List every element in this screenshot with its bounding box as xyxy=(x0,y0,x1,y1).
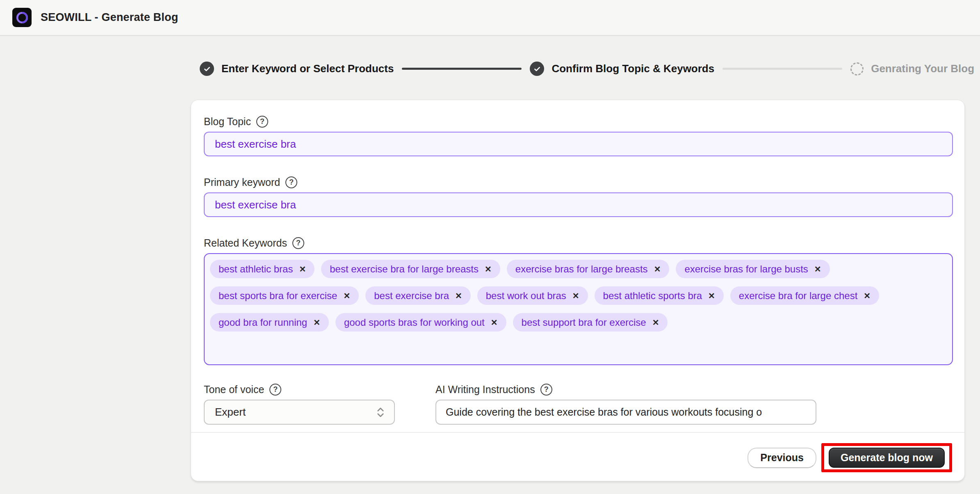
keyword-tag-label: exercise bras for large breasts xyxy=(515,263,648,275)
keyword-tag: best sports bra for exercise ✕ xyxy=(210,286,359,305)
keyword-tag: best work out bras ✕ xyxy=(477,286,588,305)
primary-keyword-label-text: Primary keyword xyxy=(204,176,280,188)
keyword-tag-label: exercise bra for large chest xyxy=(739,290,857,302)
tag-remove-icon[interactable]: ✕ xyxy=(654,265,661,273)
keyword-tag-label: best support bra for exercise xyxy=(522,317,646,328)
step-generating-blog: Genrating Your Blog xyxy=(850,62,974,75)
keyword-tag: best exercise bra ✕ xyxy=(365,286,471,305)
help-icon[interactable]: ? xyxy=(540,384,552,396)
related-keywords-box[interactable]: best athletic bras ✕ best exercise bra f… xyxy=(204,253,953,365)
primary-keyword-field-group: Primary keyword ? xyxy=(204,176,952,217)
related-keywords-label: Related Keywords ? xyxy=(204,236,952,249)
step-label: Confirm Blog Topic & Keywords xyxy=(552,62,714,75)
ai-instructions-label-text: AI Writing Instructions xyxy=(435,384,535,396)
keyword-tag: best athletic sports bra ✕ xyxy=(595,286,724,305)
select-updown-chevron-icon xyxy=(375,406,386,419)
keyword-tag-label: best exercise bra xyxy=(374,290,449,302)
generate-blog-card: Blog Topic ? Primary keyword ? Related K… xyxy=(191,100,965,481)
keyword-tag-label: good sports bras for working out xyxy=(344,317,485,328)
card-footer: Previous Generate blog now xyxy=(191,433,964,481)
primary-keyword-input[interactable] xyxy=(204,192,953,217)
app-header: SEOWILL - Generate Blog xyxy=(0,0,980,36)
seowill-logo-icon xyxy=(12,8,32,27)
tone-and-instructions-row: Tone of voice ? Expert AI Writing Instru… xyxy=(204,383,952,425)
tone-of-voice-label-text: Tone of voice xyxy=(204,384,264,396)
keyword-tag-label: best athletic bras xyxy=(219,263,293,275)
help-icon[interactable]: ? xyxy=(269,384,281,396)
blog-topic-input[interactable] xyxy=(204,132,953,156)
main-area: Enter Keyword or Select Products Confirm… xyxy=(0,36,980,494)
tag-remove-icon[interactable]: ✕ xyxy=(485,265,492,273)
page-title: SEOWILL - Generate Blog xyxy=(41,11,178,24)
tag-remove-icon[interactable]: ✕ xyxy=(708,292,715,300)
tag-remove-icon[interactable]: ✕ xyxy=(491,318,498,327)
blog-topic-label: Blog Topic ? xyxy=(204,115,952,128)
step-enter-keyword: Enter Keyword or Select Products xyxy=(200,62,394,76)
keyword-tag-label: good bra for running xyxy=(219,317,307,328)
keyword-tag: best support bra for exercise ✕ xyxy=(513,313,668,332)
keyword-tag-label: best sports bra for exercise xyxy=(219,290,337,302)
step-label: Genrating Your Blog xyxy=(871,62,974,75)
tone-of-voice-value: Expert xyxy=(215,406,246,419)
tag-remove-icon[interactable]: ✕ xyxy=(343,292,350,300)
keyword-tag-label: best work out bras xyxy=(486,290,566,302)
keyword-tag: exercise bras for large busts ✕ xyxy=(676,260,830,278)
tag-remove-icon[interactable]: ✕ xyxy=(313,318,320,327)
tone-of-voice-field-group: Tone of voice ? Expert xyxy=(204,383,395,425)
step-connector-pending xyxy=(722,68,842,70)
keyword-tag-label: best exercise bra for large breasts xyxy=(330,263,479,275)
tag-remove-icon[interactable]: ✕ xyxy=(572,292,579,300)
ai-instructions-field-group: AI Writing Instructions ? xyxy=(435,383,816,425)
ai-instructions-input[interactable] xyxy=(435,400,816,425)
keyword-tag: good bra for running ✕ xyxy=(210,313,329,332)
previous-button[interactable]: Previous xyxy=(748,448,816,468)
ai-instructions-label: AI Writing Instructions ? xyxy=(435,383,816,396)
keyword-tag: exercise bra for large chest ✕ xyxy=(730,286,879,305)
keyword-tag-label: best athletic sports bra xyxy=(603,290,702,302)
tone-of-voice-select[interactable]: Expert xyxy=(204,400,395,425)
related-keywords-label-text: Related Keywords xyxy=(204,237,287,249)
step-done-check-icon xyxy=(530,62,544,76)
help-icon[interactable]: ? xyxy=(256,116,268,128)
tag-remove-icon[interactable]: ✕ xyxy=(864,292,871,300)
wizard-stepper: Enter Keyword or Select Products Confirm… xyxy=(200,62,974,76)
primary-keyword-label: Primary keyword ? xyxy=(204,176,952,189)
keyword-tag: exercise bras for large breasts ✕ xyxy=(507,260,670,278)
tone-of-voice-label: Tone of voice ? xyxy=(204,383,395,396)
keyword-tag: best athletic bras ✕ xyxy=(210,260,315,278)
generate-blog-now-button[interactable]: Generate blog now xyxy=(829,448,945,468)
step-connector-done xyxy=(402,68,522,70)
step-pending-dashed-circle-icon xyxy=(850,62,864,75)
red-highlight-annotation: Generate blog now xyxy=(821,443,952,472)
related-keywords-field-group: Related Keywords ? best athletic bras ✕ … xyxy=(204,236,952,365)
help-icon[interactable]: ? xyxy=(285,176,297,188)
tag-remove-icon[interactable]: ✕ xyxy=(299,265,306,273)
step-done-check-icon xyxy=(200,62,214,76)
tag-remove-icon[interactable]: ✕ xyxy=(814,265,821,273)
tag-remove-icon[interactable]: ✕ xyxy=(652,318,659,327)
tag-remove-icon[interactable]: ✕ xyxy=(455,292,462,300)
step-label: Enter Keyword or Select Products xyxy=(221,62,394,75)
step-confirm-topic: Confirm Blog Topic & Keywords xyxy=(530,62,714,76)
help-icon[interactable]: ? xyxy=(292,237,304,249)
keyword-tag: best exercise bra for large breasts ✕ xyxy=(321,260,500,278)
keyword-tag: good sports bras for working out ✕ xyxy=(335,313,506,332)
blog-topic-field-group: Blog Topic ? xyxy=(204,115,952,156)
keyword-tag-label: exercise bras for large busts xyxy=(684,263,808,275)
blog-topic-label-text: Blog Topic xyxy=(204,116,251,128)
